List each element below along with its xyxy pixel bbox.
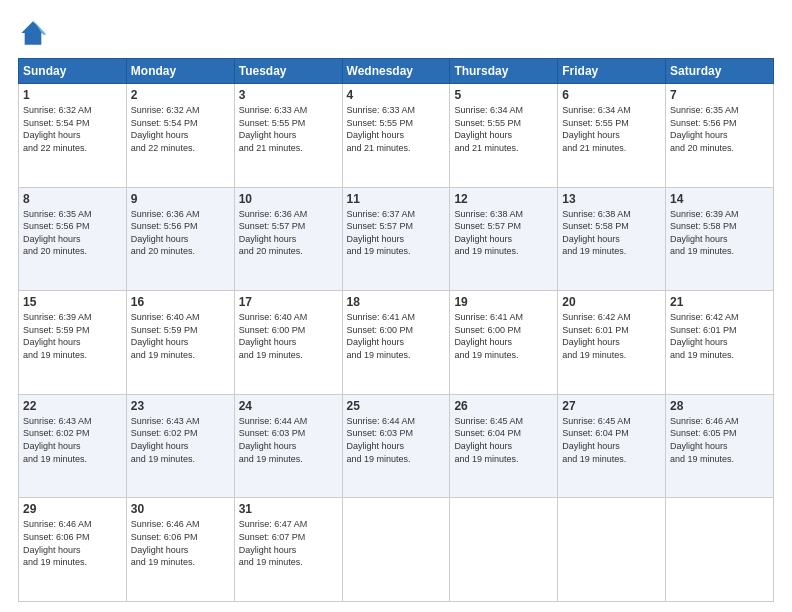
day-number: 5: [454, 88, 553, 102]
day-info: Sunrise: 6:38 AMSunset: 5:57 PMDaylight …: [454, 209, 523, 257]
day-info: Sunrise: 6:47 AMSunset: 6:07 PMDaylight …: [239, 519, 308, 567]
table-row: [450, 498, 558, 602]
day-info: Sunrise: 6:39 AMSunset: 5:59 PMDaylight …: [23, 312, 92, 360]
table-row: 19Sunrise: 6:41 AMSunset: 6:00 PMDayligh…: [450, 291, 558, 395]
day-info: Sunrise: 6:40 AMSunset: 6:00 PMDaylight …: [239, 312, 308, 360]
day-info: Sunrise: 6:36 AMSunset: 5:57 PMDaylight …: [239, 209, 308, 257]
day-number: 11: [347, 192, 446, 206]
table-row: 14Sunrise: 6:39 AMSunset: 5:58 PMDayligh…: [666, 187, 774, 291]
table-row: 4Sunrise: 6:33 AMSunset: 5:55 PMDaylight…: [342, 84, 450, 188]
day-number: 28: [670, 399, 769, 413]
day-info: Sunrise: 6:42 AMSunset: 6:01 PMDaylight …: [562, 312, 631, 360]
table-row: 10Sunrise: 6:36 AMSunset: 5:57 PMDayligh…: [234, 187, 342, 291]
day-info: Sunrise: 6:45 AMSunset: 6:04 PMDaylight …: [454, 416, 523, 464]
table-row: [666, 498, 774, 602]
day-info: Sunrise: 6:46 AMSunset: 6:05 PMDaylight …: [670, 416, 739, 464]
day-info: Sunrise: 6:45 AMSunset: 6:04 PMDaylight …: [562, 416, 631, 464]
day-number: 10: [239, 192, 338, 206]
day-info: Sunrise: 6:41 AMSunset: 6:00 PMDaylight …: [347, 312, 416, 360]
table-row: 29Sunrise: 6:46 AMSunset: 6:06 PMDayligh…: [19, 498, 127, 602]
day-info: Sunrise: 6:35 AMSunset: 5:56 PMDaylight …: [670, 105, 739, 153]
day-number: 21: [670, 295, 769, 309]
day-info: Sunrise: 6:32 AMSunset: 5:54 PMDaylight …: [131, 105, 200, 153]
day-number: 6: [562, 88, 661, 102]
day-info: Sunrise: 6:42 AMSunset: 6:01 PMDaylight …: [670, 312, 739, 360]
table-row: 8Sunrise: 6:35 AMSunset: 5:56 PMDaylight…: [19, 187, 127, 291]
calendar-week-4: 22Sunrise: 6:43 AMSunset: 6:02 PMDayligh…: [19, 394, 774, 498]
day-number: 14: [670, 192, 769, 206]
day-number: 7: [670, 88, 769, 102]
logo-icon: [18, 18, 48, 48]
day-info: Sunrise: 6:46 AMSunset: 6:06 PMDaylight …: [23, 519, 92, 567]
table-row: 26Sunrise: 6:45 AMSunset: 6:04 PMDayligh…: [450, 394, 558, 498]
day-number: 18: [347, 295, 446, 309]
table-row: [342, 498, 450, 602]
table-row: 1Sunrise: 6:32 AMSunset: 5:54 PMDaylight…: [19, 84, 127, 188]
table-row: 21Sunrise: 6:42 AMSunset: 6:01 PMDayligh…: [666, 291, 774, 395]
table-row: 27Sunrise: 6:45 AMSunset: 6:04 PMDayligh…: [558, 394, 666, 498]
day-info: Sunrise: 6:40 AMSunset: 5:59 PMDaylight …: [131, 312, 200, 360]
day-info: Sunrise: 6:32 AMSunset: 5:54 PMDaylight …: [23, 105, 92, 153]
day-info: Sunrise: 6:37 AMSunset: 5:57 PMDaylight …: [347, 209, 416, 257]
weekday-header-row: Sunday Monday Tuesday Wednesday Thursday…: [19, 59, 774, 84]
day-number: 22: [23, 399, 122, 413]
col-friday: Friday: [558, 59, 666, 84]
day-info: Sunrise: 6:38 AMSunset: 5:58 PMDaylight …: [562, 209, 631, 257]
page: Sunday Monday Tuesday Wednesday Thursday…: [0, 0, 792, 612]
day-number: 2: [131, 88, 230, 102]
table-row: 18Sunrise: 6:41 AMSunset: 6:00 PMDayligh…: [342, 291, 450, 395]
day-number: 24: [239, 399, 338, 413]
day-info: Sunrise: 6:33 AMSunset: 5:55 PMDaylight …: [347, 105, 416, 153]
col-monday: Monday: [126, 59, 234, 84]
day-number: 25: [347, 399, 446, 413]
table-row: 24Sunrise: 6:44 AMSunset: 6:03 PMDayligh…: [234, 394, 342, 498]
table-row: 17Sunrise: 6:40 AMSunset: 6:00 PMDayligh…: [234, 291, 342, 395]
table-row: 5Sunrise: 6:34 AMSunset: 5:55 PMDaylight…: [450, 84, 558, 188]
table-row: 11Sunrise: 6:37 AMSunset: 5:57 PMDayligh…: [342, 187, 450, 291]
day-info: Sunrise: 6:46 AMSunset: 6:06 PMDaylight …: [131, 519, 200, 567]
col-tuesday: Tuesday: [234, 59, 342, 84]
table-row: 13Sunrise: 6:38 AMSunset: 5:58 PMDayligh…: [558, 187, 666, 291]
day-info: Sunrise: 6:36 AMSunset: 5:56 PMDaylight …: [131, 209, 200, 257]
day-number: 1: [23, 88, 122, 102]
table-row: 20Sunrise: 6:42 AMSunset: 6:01 PMDayligh…: [558, 291, 666, 395]
table-row: 15Sunrise: 6:39 AMSunset: 5:59 PMDayligh…: [19, 291, 127, 395]
col-wednesday: Wednesday: [342, 59, 450, 84]
calendar-week-1: 1Sunrise: 6:32 AMSunset: 5:54 PMDaylight…: [19, 84, 774, 188]
calendar-week-3: 15Sunrise: 6:39 AMSunset: 5:59 PMDayligh…: [19, 291, 774, 395]
day-number: 4: [347, 88, 446, 102]
day-number: 31: [239, 502, 338, 516]
col-saturday: Saturday: [666, 59, 774, 84]
day-number: 16: [131, 295, 230, 309]
table-row: 25Sunrise: 6:44 AMSunset: 6:03 PMDayligh…: [342, 394, 450, 498]
table-row: [558, 498, 666, 602]
table-row: 23Sunrise: 6:43 AMSunset: 6:02 PMDayligh…: [126, 394, 234, 498]
table-row: 7Sunrise: 6:35 AMSunset: 5:56 PMDaylight…: [666, 84, 774, 188]
day-number: 30: [131, 502, 230, 516]
table-row: 22Sunrise: 6:43 AMSunset: 6:02 PMDayligh…: [19, 394, 127, 498]
day-number: 8: [23, 192, 122, 206]
calendar-week-5: 29Sunrise: 6:46 AMSunset: 6:06 PMDayligh…: [19, 498, 774, 602]
day-info: Sunrise: 6:39 AMSunset: 5:58 PMDaylight …: [670, 209, 739, 257]
calendar-week-2: 8Sunrise: 6:35 AMSunset: 5:56 PMDaylight…: [19, 187, 774, 291]
table-row: 12Sunrise: 6:38 AMSunset: 5:57 PMDayligh…: [450, 187, 558, 291]
day-number: 3: [239, 88, 338, 102]
svg-marker-0: [21, 21, 44, 44]
table-row: 6Sunrise: 6:34 AMSunset: 5:55 PMDaylight…: [558, 84, 666, 188]
day-info: Sunrise: 6:34 AMSunset: 5:55 PMDaylight …: [454, 105, 523, 153]
day-number: 9: [131, 192, 230, 206]
table-row: 16Sunrise: 6:40 AMSunset: 5:59 PMDayligh…: [126, 291, 234, 395]
day-number: 19: [454, 295, 553, 309]
day-info: Sunrise: 6:35 AMSunset: 5:56 PMDaylight …: [23, 209, 92, 257]
day-info: Sunrise: 6:41 AMSunset: 6:00 PMDaylight …: [454, 312, 523, 360]
day-info: Sunrise: 6:34 AMSunset: 5:55 PMDaylight …: [562, 105, 631, 153]
day-number: 17: [239, 295, 338, 309]
day-number: 12: [454, 192, 553, 206]
table-row: 3Sunrise: 6:33 AMSunset: 5:55 PMDaylight…: [234, 84, 342, 188]
col-thursday: Thursday: [450, 59, 558, 84]
day-info: Sunrise: 6:43 AMSunset: 6:02 PMDaylight …: [23, 416, 92, 464]
day-number: 13: [562, 192, 661, 206]
day-info: Sunrise: 6:44 AMSunset: 6:03 PMDaylight …: [347, 416, 416, 464]
calendar: Sunday Monday Tuesday Wednesday Thursday…: [18, 58, 774, 602]
day-number: 15: [23, 295, 122, 309]
